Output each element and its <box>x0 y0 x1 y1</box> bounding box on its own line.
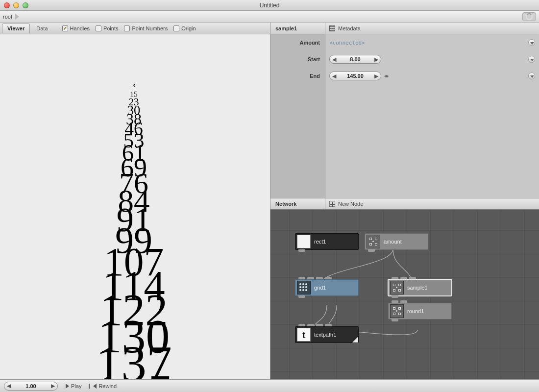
param-label-end: End <box>270 68 325 84</box>
rewind-button[interactable]: Rewind <box>89 382 121 390</box>
end-spinner[interactable]: ◀ 145.00 ▶ <box>329 72 381 80</box>
viewer-number: 145 <box>94 367 174 379</box>
chevron-down-icon[interactable] <box>528 56 535 63</box>
grid-icon <box>297 281 311 294</box>
arrow-right-icon[interactable]: ▶ <box>49 382 57 391</box>
param-label-start: Start <box>270 51 325 68</box>
chevron-down-icon[interactable] <box>528 39 535 46</box>
play-button[interactable]: Play <box>62 382 85 390</box>
arrow-left-icon[interactable]: ◀ <box>330 72 339 80</box>
number-icon <box>367 235 380 248</box>
rewind-icon <box>93 384 97 389</box>
viewer-tabbar: Viewer Data Handles Points Point Numbers… <box>0 23 270 34</box>
breadcrumb-root[interactable]: root <box>3 14 19 20</box>
node-round1[interactable]: round1 <box>388 303 452 319</box>
number-icon <box>390 304 404 318</box>
inspector-metadata-tab[interactable]: Metadata <box>325 23 361 34</box>
param-value-end[interactable]: ◀ 145.00 ▶ ⇹ <box>325 68 539 84</box>
tab-network[interactable]: Network <box>270 198 325 209</box>
activity-indicator <box>522 12 536 21</box>
node-amount[interactable]: amount <box>365 233 428 250</box>
arrow-left-icon[interactable]: ◀ <box>330 55 339 64</box>
start-spinner[interactable]: ◀ 8.00 ▶ <box>329 55 381 64</box>
node-textpath1[interactable]: t textpath1 <box>295 326 359 343</box>
titlebar: Untitled <box>0 0 539 11</box>
network-tabbar: Network New Node <box>270 198 539 210</box>
check-handles[interactable]: Handles <box>62 25 90 31</box>
arrow-left-icon[interactable]: ◀ <box>4 382 13 391</box>
plus-icon <box>329 201 335 207</box>
render-flag-icon <box>352 337 358 343</box>
frame-spinner[interactable]: ◀ 1.00 ▶ <box>4 382 58 391</box>
inspector-body: Amount Start End <connected> ◀ 8.00 ▶ <box>270 34 539 198</box>
viewer-number: 8 <box>133 83 135 88</box>
new-node-button[interactable]: New Node <box>325 198 363 209</box>
inspector-node-tab[interactable]: sample1 <box>270 23 325 34</box>
play-icon <box>66 384 69 389</box>
text-icon: t <box>297 328 311 342</box>
tab-viewer[interactable]: Viewer <box>2 24 30 33</box>
node-sample1[interactable]: sample1 <box>388 279 452 296</box>
param-value-amount[interactable]: <connected> <box>325 34 539 51</box>
arrow-right-icon[interactable]: ▶ <box>372 72 381 80</box>
check-origin[interactable]: Origin <box>173 25 196 31</box>
drag-handle-icon[interactable]: ⇹ <box>384 73 389 79</box>
number-icon <box>390 281 404 294</box>
breadcrumb-label: root <box>3 14 12 20</box>
node-rect1[interactable]: rect1 <box>295 233 359 250</box>
param-value-start[interactable]: ◀ 8.00 ▶ <box>325 51 539 68</box>
check-point-numbers[interactable]: Point Numbers <box>124 25 168 31</box>
chevron-right-icon <box>15 14 19 20</box>
checkbox-icon <box>124 25 130 31</box>
arrow-right-icon[interactable]: ▶ <box>372 55 381 64</box>
tab-data[interactable]: Data <box>31 24 53 33</box>
network-canvas[interactable]: rect1 amount grid1 sample1 <box>270 210 539 379</box>
metadata-icon <box>329 25 335 31</box>
node-grid1[interactable]: grid1 <box>295 279 359 296</box>
window-title: Untitled <box>0 2 539 9</box>
inspector-tabbar: sample1 Metadata <box>270 23 539 34</box>
chevron-down-icon[interactable] <box>528 73 535 79</box>
breadcrumb-bar: root <box>0 11 539 23</box>
viewer-canvas[interactable]: 8152330384653616976849199107114122130137… <box>0 34 270 379</box>
check-points[interactable]: Points <box>96 25 119 31</box>
param-label-amount: Amount <box>270 34 325 51</box>
checkbox-icon <box>96 25 101 31</box>
playback-bar: ◀ 1.00 ▶ Play Rewind <box>0 379 539 392</box>
checkbox-icon <box>173 25 179 31</box>
rect-icon <box>297 235 311 248</box>
checkbox-icon <box>62 25 68 31</box>
